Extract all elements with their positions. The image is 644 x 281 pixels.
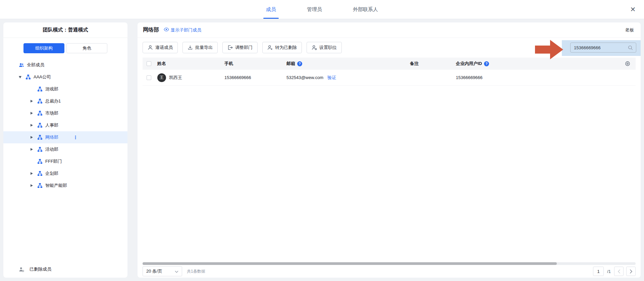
tree-item-dept-marketing[interactable]: 市场部 [3,107,127,119]
col-email: 邮箱 ? [286,61,410,67]
tree-item-label: 人事部 [45,122,58,128]
verify-email-link[interactable]: 验证 [327,75,336,81]
annotation-highlight [562,40,641,56]
department-icon [37,183,43,188]
col-name: 姓名 [157,61,224,67]
tab-members[interactable]: 成员 [251,0,291,19]
tree-item-label: AAA公司 [34,74,51,80]
page-number-input[interactable] [593,267,604,276]
department-icon [37,147,43,152]
tree-item-dept-games[interactable]: 游戏部 [3,83,127,95]
caret-right-icon[interactable] [31,148,37,151]
row-checkbox[interactable] [147,75,151,80]
member-email: 532543@wew.com [286,75,323,80]
department-icon [37,159,43,164]
tree-item-label: FFF部门 [45,158,62,164]
batch-export-button[interactable]: 批量导出 [182,42,218,53]
avatar: 王 [157,73,166,82]
people-group-icon [19,62,24,68]
tree-item-label: 智能产能部 [45,183,67,189]
tabs: 成员 管理员 外部联系人 [251,0,393,19]
department-icon [37,98,43,104]
member-table: 姓名 手机 邮箱 ? 备注 企业内用户ID ? 王 凯西王 1536666966… [143,58,636,86]
search-input[interactable] [571,45,628,50]
move-to-deleted-button[interactable]: 转为已删除 [262,42,302,53]
tab-external-contacts[interactable]: 外部联系人 [337,0,393,19]
caret-right-icon[interactable] [31,112,37,115]
invite-member-button[interactable]: 邀请成员 [143,42,178,53]
tree-item-dept-president-office[interactable]: 总裁办1 [3,95,127,107]
close-icon[interactable]: ✕ [629,5,637,14]
col-phone: 手机 [224,61,286,67]
tree-item-label: 活动部 [45,146,58,152]
tree-item-all-members[interactable]: 全部成员 [3,59,127,71]
caret-down-icon[interactable] [19,76,25,78]
panel-header: 网络部 显示子部门成员 老板 [138,22,641,38]
deleted-members-link[interactable]: 已删除成员 [19,265,51,274]
caret-right-icon[interactable] [31,172,37,175]
tree-item-dept-planning[interactable]: 企划部 [3,167,127,180]
tree-item-label: 游戏部 [45,86,58,92]
annotation-arrow-icon [535,39,564,61]
next-page-button[interactable] [626,267,636,276]
tree-item-dept-smart-capacity[interactable]: 智能产能部 [3,180,127,192]
deleted-members-label: 已删除成员 [30,266,51,272]
page-size-value: 20 条/页 [146,268,173,274]
member-name[interactable]: 凯西王 [169,75,182,81]
download-icon [187,45,193,50]
prev-page-button[interactable] [614,267,624,276]
pager: /1 [593,267,636,276]
caret-right-icon[interactable] [31,124,37,127]
member-panel: 网络部 显示子部门成员 老板 邀请成员 批量导出 调整部门 转为已删除 设置职位 [138,22,641,278]
more-actions-icon[interactable]: ⋮ [73,135,78,140]
role-button[interactable]: 角色 [66,43,107,53]
tree-item-dept-network[interactable]: 网络部 ⋮ [3,131,127,143]
show-subdept-label: 显示子部门成员 [171,27,201,33]
team-mode-title: 团队模式：普通模式 [3,22,127,38]
adjust-department-button[interactable]: 调整部门 [222,42,258,53]
chevron-down-icon [175,269,178,274]
select-all-checkbox[interactable] [147,61,151,66]
caret-right-icon[interactable] [31,184,37,187]
org-structure-button[interactable]: 组织架构 [23,43,64,53]
top-tab-bar: 成员 管理员 外部联系人 ✕ [0,0,644,19]
tree-item-dept-fff[interactable]: FFF部门 [3,155,127,167]
caret-right-icon[interactable] [31,136,37,139]
set-position-button[interactable]: 设置职位 [307,42,342,53]
member-user-id: 15366669666 [456,75,620,80]
mode-switch: 组织架构 角色 [3,43,127,53]
tree-item-dept-hr[interactable]: 人事部 [3,119,127,131]
move-out-icon [227,45,233,50]
help-icon[interactable]: ? [297,61,302,66]
tree-item-dept-activity[interactable]: 活动部 [3,143,127,155]
show-subdept-link[interactable]: 显示子部门成员 [164,27,201,33]
org-sidebar: 团队模式：普通模式 组织架构 角色 全部成员 AAA公司 游戏部 [3,22,127,278]
tree-item-label: 总裁办1 [45,98,61,104]
table-row[interactable]: 王 凯西王 15366669666 532543@wew.com 验证 1536… [143,70,636,86]
department-icon [37,123,43,128]
caret-right-icon[interactable] [31,100,37,102]
tab-admins[interactable]: 管理员 [291,0,337,19]
col-remark: 备注 [410,61,456,67]
department-icon [37,111,43,116]
department-icon [37,171,43,176]
member-search [570,43,636,53]
help-icon[interactable]: ? [484,61,489,66]
person-icon [148,45,153,50]
department-title: 网络部 [143,26,159,33]
eye-icon [164,27,169,32]
tree-item-company[interactable]: AAA公司 [3,71,127,83]
page-size-select[interactable]: 20 条/页 [143,266,182,276]
person-x-icon [267,45,273,50]
department-tree: 全部成员 AAA公司 游戏部 总裁办1 [3,59,127,192]
horizontal-scrollbar [143,262,636,265]
deleted-person-icon [19,267,24,272]
column-settings-icon[interactable] [620,61,636,66]
tree-item-label: 全部成员 [27,62,44,68]
owner-role-label[interactable]: 老板 [625,27,634,33]
search-icon[interactable] [628,45,636,50]
page-total-label: /1 [607,269,611,274]
scrollbar-thumb[interactable] [143,262,557,265]
department-icon [25,74,31,80]
person-gear-icon [312,45,317,50]
